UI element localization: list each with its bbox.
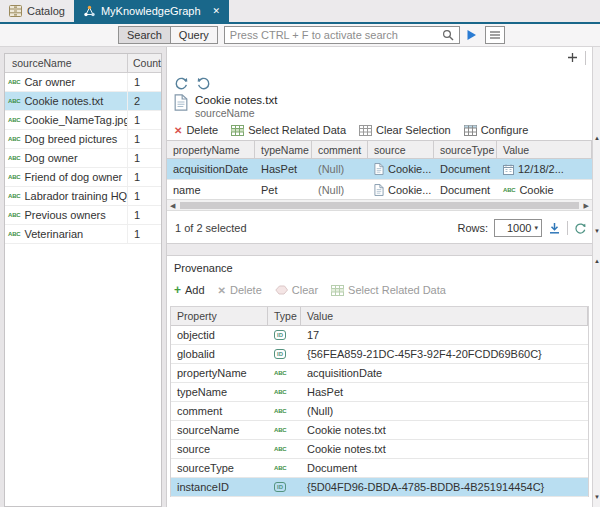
col-sourcename[interactable]: sourceName <box>5 54 128 72</box>
source-list-header: sourceName Count <box>5 54 161 73</box>
panel-splitter[interactable] <box>167 243 592 256</box>
col-typename[interactable]: typeName <box>255 141 312 158</box>
configure-button[interactable]: Configure <box>464 124 529 136</box>
col-value[interactable]: Value <box>497 141 592 158</box>
tab-myknowledgegraph[interactable]: MyKnowledgeGraph ✕ <box>74 0 229 22</box>
source-count: 1 <box>128 73 161 91</box>
source-row[interactable]: ABCPrevious owners 1 <box>5 206 161 225</box>
scroll-left-icon[interactable]: ◀ <box>170 201 175 210</box>
selection-count: 1 of 2 selected <box>175 222 247 234</box>
run-search-button[interactable] <box>462 26 482 44</box>
search-mode-button[interactable]: Search <box>119 27 170 43</box>
refresh-button[interactable] <box>574 222 587 235</box>
tab-catalog[interactable]: Catalog <box>0 0 74 22</box>
text-field-icon: ABC <box>274 446 286 452</box>
search-input[interactable]: Press CTRL + F to activate search <box>224 26 460 44</box>
scroll-down-icon[interactable]: ▼ <box>593 228 600 234</box>
vertical-scroll-rail[interactable]: ▲ ▼ ▲ ▼ <box>592 47 600 507</box>
source-list-panel: sourceName Count ABCCar owner 1 ABCCooki… <box>4 53 162 507</box>
provenance-row-selected[interactable]: instanceID ID {5D04FD96-DBDA-4785-BDDB-4… <box>171 478 588 497</box>
id-field-icon: ID <box>274 482 286 492</box>
col-value[interactable]: Value <box>301 307 588 325</box>
provenance-row[interactable]: source ABC Cookie notes.txt <box>171 440 588 459</box>
col-source[interactable]: source <box>368 141 434 158</box>
source-row[interactable]: ABCVeterinarian 1 <box>5 225 161 244</box>
cell-source: Cookie... <box>368 159 434 179</box>
delete-button[interactable]: ✕ Delete <box>174 124 218 136</box>
source-row[interactable]: ABCDog breed pictures 1 <box>5 130 161 149</box>
scroll-up-icon[interactable]: ▲ <box>593 135 600 141</box>
source-row[interactable]: ABCDog owner 1 <box>5 149 161 168</box>
text-field-icon: ABC <box>8 212 20 218</box>
document-icon <box>174 94 188 111</box>
col-count[interactable]: Count <box>128 54 161 72</box>
select-related-data-button[interactable]: Select Related Data <box>231 124 346 136</box>
source-name: Car owner <box>24 76 75 88</box>
col-propertyname[interactable]: propertyName <box>167 141 255 158</box>
provenance-row[interactable]: sourceName ABC Cookie notes.txt <box>171 421 588 440</box>
col-type[interactable]: Type <box>268 307 301 325</box>
document-icon <box>374 184 384 196</box>
search-icon <box>442 29 454 41</box>
rows-per-page-select[interactable]: 1000 ▾ <box>494 219 542 237</box>
source-name: Friend of dog owner <box>24 171 122 183</box>
properties-table: propertyName typeName comment source sou… <box>167 140 592 201</box>
text-field-icon: ABC <box>274 389 286 395</box>
cell-property: globalid <box>171 345 268 363</box>
provenance-row[interactable]: typeName ABC HasPet <box>171 383 588 402</box>
entity-nav-icons <box>174 76 211 91</box>
cell-value: 12/18/2... <box>497 159 592 179</box>
cell-property: propertyName <box>171 364 268 382</box>
cell-propertyname: acquisitionDate <box>167 159 255 179</box>
date-icon <box>503 164 514 175</box>
source-row[interactable]: ABCCar owner 1 <box>5 73 161 92</box>
query-mode-button[interactable]: Query <box>170 27 217 43</box>
provenance-actionbar: + Add ✕ Delete Clear Select Related Data <box>174 284 446 296</box>
provenance-row[interactable]: globalid ID {56FEA859-21DC-45F3-92F4-20F… <box>171 345 588 364</box>
cell-value: Cookie notes.txt <box>301 421 588 439</box>
select-related-data-button-disabled[interactable]: Select Related Data <box>331 284 446 296</box>
configure-table-icon <box>464 125 477 136</box>
property-row-selected[interactable]: acquisitionDate HasPet (Null) Cookie... … <box>167 159 592 180</box>
source-row-selected[interactable]: ABCCookie notes.txt 2 <box>5 92 161 111</box>
circular-arrow-right-icon[interactable] <box>196 76 211 91</box>
export-button[interactable] <box>548 222 561 234</box>
source-name: Cookie notes.txt <box>24 95 103 107</box>
menu-icon <box>490 31 500 39</box>
source-row[interactable]: ABCFriend of dog owner 1 <box>5 168 161 187</box>
cell-property: sourceName <box>171 421 268 439</box>
cell-property: objectid <box>171 326 268 344</box>
detail-panel: Cookie notes.txt sourceName ✕ Delete Sel… <box>166 47 592 507</box>
provenance-row[interactable]: comment ABC (Null) <box>171 402 588 421</box>
property-row[interactable]: name Pet (Null) Cookie... Document ABC C… <box>167 180 592 201</box>
source-row[interactable]: ABCLabrador training HQ 1 <box>5 187 161 206</box>
options-menu-button[interactable] <box>485 26 505 44</box>
col-comment[interactable]: comment <box>312 141 368 158</box>
col-property[interactable]: Property <box>171 307 268 325</box>
clear-button-disabled[interactable]: Clear <box>275 284 318 296</box>
col-sourcetype[interactable]: sourceType <box>434 141 497 158</box>
entity-title: Cookie notes.txt <box>195 94 277 106</box>
provenance-row[interactable]: propertyName ABC acquisitionDate <box>171 364 588 383</box>
scroll-up-icon[interactable]: ▲ <box>593 258 600 264</box>
cell-comment: (Null) <box>312 159 368 179</box>
scroll-down-icon[interactable]: ▼ <box>593 494 600 500</box>
cell-property: source <box>171 440 268 458</box>
source-count: 1 <box>128 149 161 167</box>
source-count: 1 <box>128 187 161 205</box>
scrollbar-thumb[interactable] <box>180 202 579 209</box>
provenance-row[interactable]: objectid ID 17 <box>171 326 588 345</box>
add-icon[interactable] <box>567 52 578 63</box>
close-icon[interactable]: ✕ <box>213 7 221 16</box>
cell-value: Cookie notes.txt <box>301 440 588 458</box>
horizontal-scrollbar[interactable]: ◀ ▶ <box>167 199 592 211</box>
delete-x-icon: ✕ <box>174 125 182 136</box>
source-row[interactable]: ABCCookie_NameTag.jpg 1 <box>5 111 161 130</box>
clear-selection-button[interactable]: Clear Selection <box>359 124 451 136</box>
provenance-row[interactable]: sourceType ABC Document <box>171 459 588 478</box>
scroll-right-icon[interactable]: ▶ <box>584 201 589 210</box>
delete-button-disabled[interactable]: ✕ Delete <box>218 284 262 296</box>
cell-typename: Pet <box>255 180 312 200</box>
add-button[interactable]: + Add <box>174 284 205 296</box>
circular-arrow-left-icon[interactable] <box>174 76 189 91</box>
